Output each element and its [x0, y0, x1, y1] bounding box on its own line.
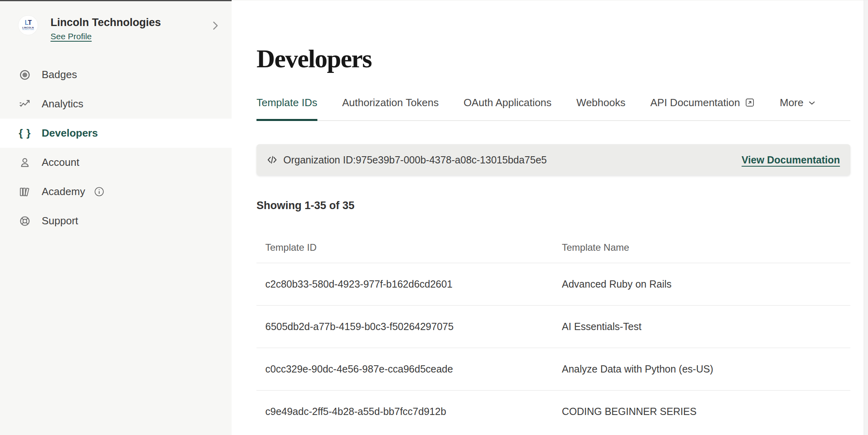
- org-logo-monogram: LT: [25, 20, 31, 26]
- template-name-cell: Advanced Ruby on Rails: [562, 278, 850, 290]
- badge-icon: [18, 68, 31, 81]
- sidebar-item-support[interactable]: Support: [0, 206, 232, 236]
- template-id-cell: c9e49adc-2ff5-4b28-a55d-bb7fcc7d912b: [256, 406, 562, 417]
- template-id-cell: c2c80b33-580d-4923-977f-b162d6cd2601: [256, 278, 562, 290]
- tab-api-documentation[interactable]: API Documentation: [650, 97, 755, 120]
- person-icon: [18, 156, 31, 169]
- sidebar-item-analytics[interactable]: Analytics: [0, 89, 232, 119]
- lifebuoy-icon: [18, 215, 31, 228]
- books-icon: [18, 185, 31, 198]
- info-icon[interactable]: [94, 186, 105, 197]
- scrollbar[interactable]: [864, 0, 868, 435]
- table-row: 6505db2d-a77b-4159-b0c3-f50264297075 AI …: [256, 305, 850, 348]
- template-name-cell: AI Essentials-Test: [562, 321, 850, 332]
- organization-id-bar: Organization ID:975e39b7-000b-4378-a08c-…: [256, 144, 850, 175]
- template-name-cell: Analyze Data with Python (es-US): [562, 363, 850, 375]
- code-icon: [266, 154, 278, 166]
- sidebar-nav: Badges Analytics { } Developers Account …: [0, 60, 232, 236]
- results-summary: Showing 1-35 of 35: [256, 199, 850, 212]
- table-row: c2c80b33-580d-4923-977f-b162d6cd2601 Adv…: [256, 263, 850, 305]
- table-row: c0cc329e-90dc-4e56-987e-cca96d5ceade Ana…: [256, 348, 850, 390]
- organization-id-label: Organization ID:: [283, 154, 356, 165]
- organization-id-text: Organization ID:975e39b7-000b-4378-a08c-…: [283, 154, 547, 166]
- template-id-cell: c0cc329e-90dc-4e56-987e-cca96d5ceade: [256, 363, 562, 375]
- template-name-cell: CODING BEGINNER SERIES: [562, 406, 850, 417]
- code-braces-icon: { }: [18, 127, 31, 140]
- page-title: Developers: [256, 46, 850, 72]
- chevron-right-icon[interactable]: [209, 20, 221, 33]
- tab-oauth-applications[interactable]: OAuth Applications: [464, 97, 552, 120]
- tab-more[interactable]: More: [780, 97, 817, 120]
- tab-webhooks[interactable]: Webhooks: [576, 97, 625, 120]
- sidebar-item-badges[interactable]: Badges: [0, 60, 232, 89]
- column-header-template-id: Template ID: [256, 242, 562, 253]
- sidebar-item-developers[interactable]: { } Developers: [0, 119, 232, 148]
- sidebar-item-account[interactable]: Account: [0, 148, 232, 177]
- sidebar-item-academy[interactable]: Academy: [0, 177, 232, 206]
- templates-table: Template ID Template Name c2c80b33-580d-…: [256, 236, 850, 433]
- external-link-icon: [745, 97, 755, 108]
- tab-bar: Template IDs Authorization Tokens OAuth …: [256, 97, 850, 121]
- table-row: c9e49adc-2ff5-4b28-a55d-bb7fcc7d912b COD…: [256, 390, 850, 433]
- org-profile: LT LINCOLN TECHNOLOGIES Lincoln Technolo…: [18, 16, 161, 41]
- chevron-down-icon: [807, 98, 817, 108]
- analytics-icon: [18, 98, 31, 111]
- main-area: Developers Template IDs Authorization To…: [232, 0, 868, 435]
- sidebar: LT LINCOLN TECHNOLOGIES Lincoln Technolo…: [0, 0, 232, 435]
- see-profile-link[interactable]: See Profile: [50, 32, 92, 41]
- tab-authorization-tokens[interactable]: Authorization Tokens: [342, 97, 439, 120]
- template-id-cell: 6505db2d-a77b-4159-b0c3-f50264297075: [256, 321, 562, 332]
- org-logo: LT LINCOLN TECHNOLOGIES: [18, 16, 38, 35]
- tab-template-ids[interactable]: Template IDs: [256, 97, 317, 120]
- table-header: Template ID Template Name: [256, 236, 850, 263]
- view-documentation-link[interactable]: View Documentation: [742, 154, 840, 166]
- organization-id-value: 975e39b7-000b-4378-a08c-13015bda75e5: [356, 154, 547, 165]
- column-header-template-name: Template Name: [562, 242, 850, 253]
- org-name: Lincoln Technologies: [50, 16, 161, 29]
